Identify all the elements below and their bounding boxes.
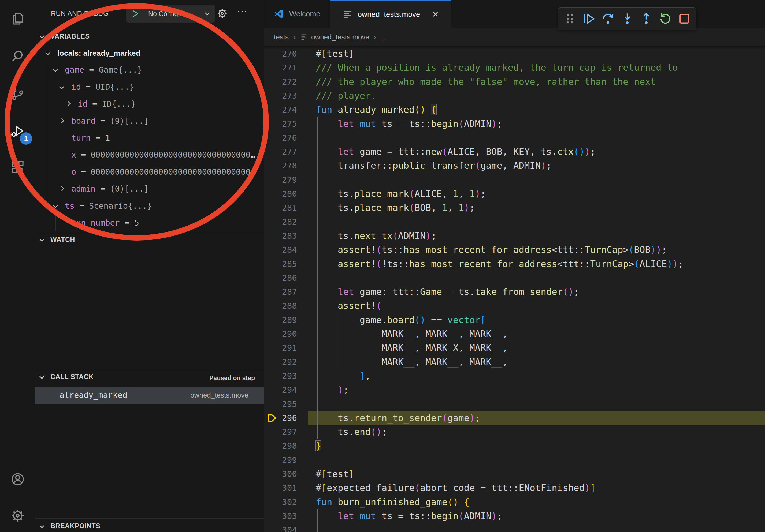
code-line[interactable]: 296 ts.return_to_sender(game); <box>264 411 765 425</box>
extensions-icon[interactable] <box>10 160 25 175</box>
code-line[interactable]: 272/// the player who made the "false" m… <box>264 75 765 89</box>
debug-settings-gear-icon[interactable] <box>216 8 228 19</box>
line-number[interactable]: 291 <box>264 341 297 355</box>
code-line[interactable]: 278 transfer::public_transfer(game, ADMI… <box>264 158 765 173</box>
chevron-right-icon[interactable] <box>59 118 64 123</box>
line-number[interactable]: 300 <box>264 467 297 481</box>
files-icon[interactable] <box>10 11 25 26</box>
search-icon[interactable] <box>10 49 25 64</box>
code-line[interactable]: 295 <box>264 397 765 411</box>
line-number[interactable]: 270 <box>264 47 297 61</box>
code-line[interactable]: 275 let mut ts = ts::begin(ADMIN); <box>264 117 765 131</box>
line-number[interactable]: 277 <box>264 145 297 159</box>
code-line[interactable]: 283 ts.next_tx(ADMIN); <box>264 229 765 243</box>
variable-row[interactable]: game = Game{...} <box>35 61 264 79</box>
settings-icon[interactable] <box>10 508 25 523</box>
code-line[interactable]: 294 ); <box>264 383 765 397</box>
line-number[interactable]: 284 <box>264 243 297 257</box>
line-number[interactable]: 285 <box>264 257 297 271</box>
code-line[interactable]: 304 <box>264 523 765 532</box>
variable-row[interactable]: id = UID{...} <box>35 79 264 96</box>
line-number[interactable]: 275 <box>264 117 297 131</box>
line-number[interactable]: 279 <box>264 173 297 187</box>
line-number[interactable]: 283 <box>264 229 297 243</box>
variable-row[interactable]: txn_number = 5 <box>35 214 264 231</box>
close-icon[interactable]: ✕ <box>432 10 439 19</box>
chevron-right-icon[interactable] <box>66 101 71 106</box>
continue-button[interactable] <box>582 12 596 26</box>
line-number[interactable]: 290 <box>264 327 297 341</box>
line-number[interactable]: 301 <box>264 481 297 495</box>
breadcrumb-item[interactable]: tests <box>274 33 289 41</box>
code-line[interactable]: 281 ts.place_mark(BOB, 1, 1); <box>264 201 765 215</box>
code-line[interactable]: 299 <box>264 453 765 467</box>
code-line[interactable]: 274fun already_marked() { <box>264 103 765 117</box>
stop-button[interactable] <box>677 12 692 26</box>
variable-row[interactable]: admin = (0)[...] <box>35 180 264 197</box>
code-line[interactable]: 300#[test] <box>264 467 765 481</box>
variable-row[interactable]: id = ID{...} <box>35 95 264 113</box>
line-number[interactable]: 297 <box>264 425 297 439</box>
line-number[interactable]: 304 <box>264 523 297 532</box>
line-number[interactable]: 272 <box>264 75 297 89</box>
line-number[interactable]: 293 <box>264 369 297 383</box>
code-line[interactable]: 285 assert!(!ts::has_most_recent_for_add… <box>264 257 765 271</box>
line-number[interactable]: 289 <box>264 313 297 327</box>
account-icon[interactable] <box>10 471 25 487</box>
step-out-button[interactable] <box>639 12 653 26</box>
line-number[interactable]: 292 <box>264 355 297 369</box>
code-line[interactable]: 280 ts.place_mark(ALICE, 1, 1); <box>264 187 765 201</box>
code-line[interactable]: 286 <box>264 271 765 285</box>
restart-button[interactable] <box>658 12 672 26</box>
grip-handle[interactable] <box>563 12 577 26</box>
line-number[interactable]: 298 <box>264 439 297 453</box>
line-number[interactable]: 271 <box>264 61 297 75</box>
line-number[interactable]: 280 <box>264 187 297 201</box>
variables-section-header[interactable]: VARIABLES <box>35 30 264 43</box>
line-number[interactable]: 273 <box>264 89 297 103</box>
code-line[interactable]: 282 <box>264 215 765 229</box>
code-line[interactable]: 288 assert!( <box>264 299 765 313</box>
line-number[interactable]: 294 <box>264 383 297 397</box>
code-line[interactable]: 291 MARK__, MARK_X, MARK__, <box>264 341 765 355</box>
variable-row[interactable]: board = (9)[...] <box>35 113 264 130</box>
line-number[interactable]: 286 <box>264 271 297 285</box>
code-line[interactable]: 293 ], <box>264 369 765 383</box>
line-number[interactable]: 287 <box>264 285 297 299</box>
line-number[interactable]: 299 <box>264 453 297 467</box>
code-line[interactable]: 290 MARK__, MARK__, MARK__, <box>264 327 765 341</box>
variable-row[interactable]: x = 000000000000000000000000000000000000… <box>35 146 264 163</box>
source-control-icon[interactable] <box>10 86 25 102</box>
code-line[interactable]: 271/// When a position is already marked… <box>264 61 765 75</box>
line-number[interactable]: 276 <box>264 131 297 145</box>
breadcrumb-item[interactable]: ... <box>381 33 386 41</box>
call-stack-frame-row[interactable]: already_marked owned_tests.move <box>35 387 264 404</box>
code-line[interactable]: 277 let game = ttt::new(ALICE, BOB, KEY,… <box>264 145 765 159</box>
start-debug-icon[interactable] <box>130 9 140 19</box>
line-number[interactable]: 295 <box>264 397 297 411</box>
breadcrumb-item[interactable]: owned_tests.move <box>311 33 370 41</box>
code-editor[interactable]: 270#[test]271/// When a position is alre… <box>264 46 765 532</box>
tab-owned-tests-move[interactable]: owned_tests.move✕ <box>330 0 451 28</box>
code-line[interactable]: 298} <box>264 439 765 453</box>
code-line[interactable]: 276 <box>264 131 765 145</box>
watch-section-header[interactable]: WATCH <box>35 233 264 247</box>
variables-scope-row[interactable]: locals: already_marked <box>35 45 264 62</box>
code-line[interactable]: 292 MARK__, MARK__, MARK__, <box>264 355 765 369</box>
line-number[interactable]: 288 <box>264 299 297 313</box>
line-number[interactable]: 303 <box>264 509 297 523</box>
chevron-down-icon[interactable] <box>45 50 50 55</box>
step-over-button[interactable] <box>601 12 615 26</box>
chevron-down-icon[interactable] <box>53 203 58 208</box>
code-line[interactable]: 284 assert!(ts::has_most_recent_for_addr… <box>264 243 765 257</box>
breakpoints-section-header[interactable]: BREAKPOINTS <box>35 519 264 532</box>
code-line[interactable]: 301#[expected_failure(abort_code = ttt::… <box>264 481 765 495</box>
call-stack-section-header[interactable]: CALL STACK Paused on step <box>35 370 264 386</box>
code-line[interactable]: 303 let mut ts = ts::begin(ADMIN); <box>264 509 765 523</box>
chevron-right-icon[interactable] <box>59 186 64 191</box>
chevron-down-icon[interactable] <box>59 84 64 89</box>
step-into-button[interactable] <box>620 12 634 26</box>
code-line[interactable]: 270#[test] <box>264 47 765 61</box>
more-actions-icon[interactable]: ⋯ <box>237 5 248 17</box>
line-number[interactable]: 282 <box>264 215 297 229</box>
